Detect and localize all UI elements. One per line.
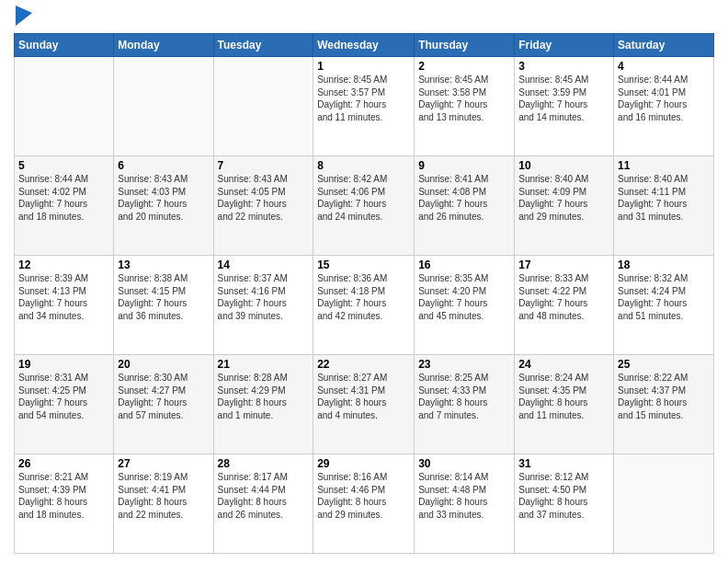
calendar-day-cell: 2Sunrise: 8:45 AM Sunset: 3:58 PM Daylig… <box>415 57 515 156</box>
day-info: Sunrise: 8:17 AM Sunset: 4:44 PM Dayligh… <box>218 471 310 521</box>
calendar-day-cell: 10Sunrise: 8:40 AM Sunset: 4:09 PM Dayli… <box>515 156 614 256</box>
day-number: 2 <box>418 60 510 73</box>
calendar-day-cell: 24Sunrise: 8:24 AM Sunset: 4:35 PM Dayli… <box>515 355 614 454</box>
calendar-day-cell: 12Sunrise: 8:39 AM Sunset: 4:13 PM Dayli… <box>15 256 114 355</box>
calendar-day-cell: 11Sunrise: 8:40 AM Sunset: 4:11 PM Dayli… <box>614 156 714 256</box>
day-number: 1 <box>317 60 410 73</box>
day-number: 16 <box>418 259 510 271</box>
day-info: Sunrise: 8:40 AM Sunset: 4:11 PM Dayligh… <box>618 173 710 223</box>
calendar-week-row: 26Sunrise: 8:21 AM Sunset: 4:39 PM Dayli… <box>15 454 714 554</box>
day-info: Sunrise: 8:45 AM Sunset: 3:58 PM Dayligh… <box>418 74 510 123</box>
day-number: 8 <box>317 159 410 172</box>
calendar-day-cell: 16Sunrise: 8:35 AM Sunset: 4:20 PM Dayli… <box>415 256 515 355</box>
day-info: Sunrise: 8:37 AM Sunset: 4:16 PM Dayligh… <box>218 272 310 322</box>
calendar-day-cell: 13Sunrise: 8:38 AM Sunset: 4:15 PM Dayli… <box>114 256 213 355</box>
day-info: Sunrise: 8:19 AM Sunset: 4:41 PM Dayligh… <box>118 471 209 521</box>
calendar-day-cell: 3Sunrise: 8:45 AM Sunset: 3:59 PM Daylig… <box>515 57 614 156</box>
day-number: 12 <box>18 259 109 271</box>
logo <box>14 9 32 26</box>
svg-marker-0 <box>16 6 32 26</box>
day-info: Sunrise: 8:32 AM Sunset: 4:24 PM Dayligh… <box>618 272 710 322</box>
calendar-week-row: 12Sunrise: 8:39 AM Sunset: 4:13 PM Dayli… <box>15 256 714 355</box>
logo-icon <box>16 6 32 26</box>
calendar-day-cell: 30Sunrise: 8:14 AM Sunset: 4:48 PM Dayli… <box>415 454 515 554</box>
day-number: 31 <box>518 457 609 470</box>
calendar-day-cell: 25Sunrise: 8:22 AM Sunset: 4:37 PM Dayli… <box>614 355 714 454</box>
calendar-day-cell: 22Sunrise: 8:27 AM Sunset: 4:31 PM Dayli… <box>313 355 415 454</box>
day-info: Sunrise: 8:16 AM Sunset: 4:46 PM Dayligh… <box>317 471 410 521</box>
weekday-header: Sunday <box>15 34 114 57</box>
day-info: Sunrise: 8:28 AM Sunset: 4:29 PM Dayligh… <box>218 372 310 421</box>
day-info: Sunrise: 8:42 AM Sunset: 4:06 PM Dayligh… <box>317 173 410 223</box>
weekday-header: Thursday <box>415 34 515 57</box>
calendar-day-cell: 27Sunrise: 8:19 AM Sunset: 4:41 PM Dayli… <box>114 454 213 554</box>
calendar-week-row: 1Sunrise: 8:45 AM Sunset: 3:57 PM Daylig… <box>15 57 714 156</box>
day-info: Sunrise: 8:35 AM Sunset: 4:20 PM Dayligh… <box>418 272 510 322</box>
day-info: Sunrise: 8:27 AM Sunset: 4:31 PM Dayligh… <box>317 372 410 421</box>
calendar-day-cell: 26Sunrise: 8:21 AM Sunset: 4:39 PM Dayli… <box>15 454 114 554</box>
day-number: 4 <box>618 60 710 73</box>
day-info: Sunrise: 8:44 AM Sunset: 4:01 PM Dayligh… <box>618 74 710 123</box>
calendar-day-cell <box>213 57 313 156</box>
calendar-day-cell: 28Sunrise: 8:17 AM Sunset: 4:44 PM Dayli… <box>213 454 313 554</box>
day-info: Sunrise: 8:41 AM Sunset: 4:08 PM Dayligh… <box>418 173 510 223</box>
calendar-day-cell: 31Sunrise: 8:12 AM Sunset: 4:50 PM Dayli… <box>515 454 614 554</box>
day-number: 9 <box>418 159 510 172</box>
calendar-week-row: 19Sunrise: 8:31 AM Sunset: 4:25 PM Dayli… <box>15 355 714 454</box>
calendar-day-cell: 29Sunrise: 8:16 AM Sunset: 4:46 PM Dayli… <box>313 454 415 554</box>
calendar-day-cell: 4Sunrise: 8:44 AM Sunset: 4:01 PM Daylig… <box>614 57 714 156</box>
day-number: 10 <box>518 159 609 172</box>
day-info: Sunrise: 8:14 AM Sunset: 4:48 PM Dayligh… <box>418 471 510 521</box>
day-number: 11 <box>618 159 710 172</box>
weekday-header: Saturday <box>614 34 714 57</box>
day-info: Sunrise: 8:24 AM Sunset: 4:35 PM Dayligh… <box>518 372 609 421</box>
calendar-header-row: SundayMondayTuesdayWednesdayThursdayFrid… <box>15 34 714 57</box>
day-number: 23 <box>418 358 510 371</box>
calendar-day-cell: 20Sunrise: 8:30 AM Sunset: 4:27 PM Dayli… <box>114 355 213 454</box>
day-number: 25 <box>618 358 710 371</box>
day-number: 30 <box>418 457 510 470</box>
day-info: Sunrise: 8:36 AM Sunset: 4:18 PM Dayligh… <box>317 272 410 322</box>
calendar-day-cell: 23Sunrise: 8:25 AM Sunset: 4:33 PM Dayli… <box>415 355 515 454</box>
weekday-header: Wednesday <box>313 34 415 57</box>
weekday-header: Tuesday <box>213 34 313 57</box>
day-number: 28 <box>218 457 310 470</box>
calendar-day-cell: 18Sunrise: 8:32 AM Sunset: 4:24 PM Dayli… <box>614 256 714 355</box>
day-number: 17 <box>518 259 609 271</box>
page: SundayMondayTuesdayWednesdayThursdayFrid… <box>0 0 728 563</box>
day-info: Sunrise: 8:21 AM Sunset: 4:39 PM Dayligh… <box>18 471 109 521</box>
day-number: 26 <box>18 457 109 470</box>
day-number: 13 <box>118 259 209 271</box>
day-info: Sunrise: 8:25 AM Sunset: 4:33 PM Dayligh… <box>418 372 510 421</box>
day-number: 14 <box>218 259 310 271</box>
calendar-day-cell: 6Sunrise: 8:43 AM Sunset: 4:03 PM Daylig… <box>114 156 213 256</box>
calendar-table: SundayMondayTuesdayWednesdayThursdayFrid… <box>14 33 714 554</box>
weekday-header: Monday <box>114 34 213 57</box>
day-info: Sunrise: 8:44 AM Sunset: 4:02 PM Dayligh… <box>18 173 109 223</box>
day-info: Sunrise: 8:39 AM Sunset: 4:13 PM Dayligh… <box>18 272 109 322</box>
calendar-day-cell: 9Sunrise: 8:41 AM Sunset: 4:08 PM Daylig… <box>415 156 515 256</box>
day-info: Sunrise: 8:43 AM Sunset: 4:05 PM Dayligh… <box>218 173 310 223</box>
day-number: 6 <box>118 159 209 172</box>
calendar-day-cell <box>114 57 213 156</box>
day-number: 7 <box>218 159 310 172</box>
day-number: 18 <box>618 259 710 271</box>
day-info: Sunrise: 8:30 AM Sunset: 4:27 PM Dayligh… <box>118 372 209 421</box>
calendar-day-cell: 15Sunrise: 8:36 AM Sunset: 4:18 PM Dayli… <box>313 256 415 355</box>
calendar-day-cell <box>15 57 114 156</box>
day-number: 21 <box>218 358 310 371</box>
weekday-header: Friday <box>515 34 614 57</box>
day-info: Sunrise: 8:45 AM Sunset: 3:59 PM Dayligh… <box>518 74 609 123</box>
day-number: 24 <box>518 358 609 371</box>
day-number: 22 <box>317 358 410 371</box>
calendar-week-row: 5Sunrise: 8:44 AM Sunset: 4:02 PM Daylig… <box>15 156 714 256</box>
calendar-day-cell: 1Sunrise: 8:45 AM Sunset: 3:57 PM Daylig… <box>313 57 415 156</box>
day-number: 5 <box>18 159 109 172</box>
calendar-day-cell: 14Sunrise: 8:37 AM Sunset: 4:16 PM Dayli… <box>213 256 313 355</box>
calendar-day-cell: 8Sunrise: 8:42 AM Sunset: 4:06 PM Daylig… <box>313 156 415 256</box>
calendar-day-cell: 17Sunrise: 8:33 AM Sunset: 4:22 PM Dayli… <box>515 256 614 355</box>
day-info: Sunrise: 8:40 AM Sunset: 4:09 PM Dayligh… <box>518 173 609 223</box>
day-number: 19 <box>18 358 109 371</box>
calendar-day-cell: 7Sunrise: 8:43 AM Sunset: 4:05 PM Daylig… <box>213 156 313 256</box>
calendar-day-cell: 21Sunrise: 8:28 AM Sunset: 4:29 PM Dayli… <box>213 355 313 454</box>
